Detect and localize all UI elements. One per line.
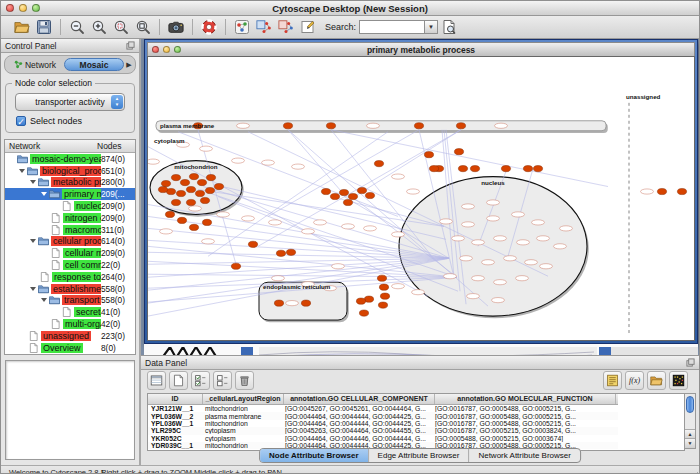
network-node-label[interactable] (516, 276, 529, 281)
network-node-selected[interactable] (377, 275, 386, 281)
network-node-selected[interactable] (326, 123, 335, 129)
network-node-selected[interactable] (301, 300, 310, 306)
network-node-label[interactable] (292, 164, 305, 169)
network-node-selected[interactable] (657, 188, 666, 194)
network-node-selected[interactable] (158, 186, 167, 192)
tree-row-unassigned[interactable]: unassigned223(0) (5, 330, 135, 342)
tree-row-metabolic-process[interactable]: metabolic process280(0) (5, 177, 135, 189)
network-node-selected[interactable] (197, 179, 206, 185)
network-node-selected[interactable] (424, 152, 433, 158)
network-node-selected[interactable] (202, 219, 211, 225)
network-node-selected[interactable] (330, 193, 339, 199)
network-node-label[interactable] (540, 264, 553, 269)
network-node-label[interactable] (462, 222, 475, 227)
network-node-label[interactable] (202, 239, 215, 244)
network-node-label[interactable] (504, 256, 517, 261)
network-node-selected[interactable] (195, 190, 204, 196)
network-node-label[interactable] (272, 276, 285, 281)
select-nodes-checkbox[interactable]: ✓ (16, 116, 26, 126)
network-node-label[interactable] (444, 274, 457, 279)
tree-row-nitrogen-compo[interactable]: nitrogen compo209(0) (5, 212, 135, 224)
network-node-label[interactable] (462, 204, 475, 209)
network-node-selected[interactable] (161, 180, 170, 186)
zoom-in-icon[interactable] (90, 18, 108, 36)
tree-row-nucleobase-[interactable]: nucleobase-209(0) (5, 200, 135, 212)
network-node-selected[interactable] (186, 186, 195, 192)
tree-row-primary-metabo[interactable]: primary metabo209(... (5, 188, 135, 200)
network-node-label[interactable] (537, 236, 550, 241)
table-row[interactable]: YPL036W__2plasma membrane[GO:0044464, GO… (148, 412, 618, 419)
network-node-selected[interactable] (177, 217, 186, 223)
open-icon[interactable] (13, 18, 31, 36)
network-node-selected[interactable] (677, 188, 686, 194)
scroll-down-arrow[interactable]: ▼ (685, 438, 695, 448)
network-node-selected[interactable] (348, 193, 357, 199)
network-node-label[interactable] (412, 290, 425, 295)
network-node-label[interactable] (200, 146, 213, 151)
network-filter-icon[interactable] (277, 18, 295, 36)
table-row[interactable]: YJR121W__1mitochondrion[GO:0045267, GO:0… (148, 405, 618, 412)
tree-row-cellular-metabol[interactable]: cellular metabol209(0) (5, 247, 135, 259)
node-color-select[interactable]: transporter activity ▲▼ (15, 93, 125, 111)
network-node-label[interactable] (492, 298, 505, 303)
expand-arrow-icon[interactable] (41, 192, 47, 196)
network-node-label[interactable] (532, 220, 545, 225)
attribute-table-icon[interactable] (147, 371, 166, 390)
network-node-selected[interactable] (214, 183, 223, 189)
network-node-label[interactable] (392, 232, 405, 237)
network-node-selected[interactable] (379, 284, 388, 290)
network-node-selected[interactable] (456, 123, 465, 129)
tree-row-cell-communicat[interactable]: cell communicat22(0) (5, 259, 135, 271)
network-node-label[interactable] (269, 220, 282, 225)
network-node-selected[interactable] (165, 211, 174, 217)
network-node-selected[interactable] (339, 189, 348, 195)
tab-overflow-arrow[interactable]: ▶ (124, 61, 134, 69)
tree-row-biological-process[interactable]: biological_process651(0) (5, 165, 135, 177)
function-builder-icon[interactable]: f(x) (625, 371, 644, 390)
network-node-selected[interactable] (343, 199, 352, 205)
tree-row-multi-organism-pro[interactable]: multi-organism pro42(0) (5, 318, 135, 330)
network-node-label[interactable] (487, 216, 500, 221)
network-node-selected[interactable] (523, 166, 532, 172)
network-node-label[interactable] (494, 280, 507, 285)
zoom-fit-icon[interactable] (134, 18, 152, 36)
network-node-label[interactable] (482, 260, 495, 265)
network-node-label[interactable] (392, 174, 405, 179)
network-node-label[interactable] (367, 123, 380, 128)
network-node-selected[interactable] (458, 166, 467, 172)
network-node-label[interactable] (392, 284, 405, 289)
annotation-icon[interactable] (299, 18, 317, 36)
network-node-label[interactable] (512, 212, 525, 217)
network-node-selected[interactable] (171, 199, 180, 205)
network-node-label[interactable] (242, 216, 255, 221)
network-node-selected[interactable] (189, 173, 198, 179)
column-header[interactable]: annotation.GO CELLULAR_COMPONENT (284, 394, 435, 404)
expand-arrow-icon[interactable] (41, 298, 47, 302)
network-node-label[interactable] (560, 226, 573, 231)
network-node-label[interactable] (467, 294, 480, 299)
network-node-selected[interactable] (533, 166, 542, 172)
network-node-selected[interactable] (470, 166, 479, 172)
network-node-selected[interactable] (274, 300, 283, 306)
table-scrollbar[interactable]: ▲ ▼ (684, 393, 696, 449)
network-node-label[interactable] (332, 264, 345, 269)
network-node-selected[interactable] (171, 174, 180, 180)
network-node-selected[interactable] (180, 179, 189, 185)
network-node-label[interactable] (237, 123, 250, 128)
table-row[interactable]: YKR052Ccytoplasm[GO:0044464, GO:0044446,… (148, 435, 618, 442)
tree-row-macromolecule[interactable]: macromolecule311(0) (5, 224, 135, 236)
network-node-label[interactable] (472, 276, 485, 281)
tab-node-attribute-browser[interactable]: Node Attribute Browser (260, 449, 368, 462)
snapshot-icon[interactable] (167, 18, 185, 36)
network-node-selected[interactable] (356, 298, 365, 304)
scrollbar-thumb[interactable] (686, 396, 694, 413)
network-node-label[interactable] (364, 226, 377, 231)
column-header[interactable]: ID (148, 394, 203, 404)
network-node-selected[interactable] (454, 149, 463, 155)
column-header[interactable]: annotation.GO MOLECULAR_FUNCTION (435, 394, 616, 404)
save-icon[interactable] (35, 18, 53, 36)
network-node-selected[interactable] (176, 190, 185, 196)
zoom-selected-icon[interactable] (112, 18, 130, 36)
network-node-selected[interactable] (276, 250, 285, 256)
network-node-label[interactable] (286, 301, 299, 306)
